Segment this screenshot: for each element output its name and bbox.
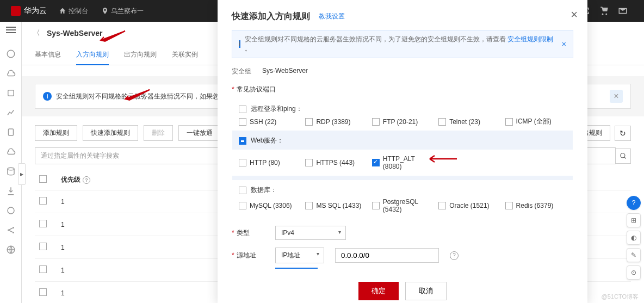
proto-group-remote: 远程登录和ping： SSH (22)RDP (3389)FTP (20-21)…	[232, 99, 573, 131]
checkbox-icon	[305, 118, 313, 126]
proto-option[interactable]: FTP (20-21)	[372, 117, 433, 126]
mail-icon[interactable]	[618, 6, 628, 16]
rail-expand-toggle[interactable]: ▶	[18, 163, 26, 185]
tab-inbound[interactable]: 入方向规则	[76, 45, 109, 65]
floating-toolbar: ? ⊞ ◐ ✎ ⊙	[627, 196, 641, 280]
svg-point-4	[8, 207, 14, 214]
proto-option[interactable]: RDP (3389)	[305, 117, 366, 126]
proto-option[interactable]: ICMP (全部)	[505, 117, 566, 126]
globe-icon[interactable]	[6, 245, 16, 255]
source-input[interactable]	[335, 248, 439, 263]
device-icon[interactable]	[6, 127, 16, 137]
proto-option[interactable]: MySQL (3306)	[239, 198, 300, 213]
type-select[interactable]: IPv4	[275, 226, 346, 240]
proto-group-db: 数据库： MySQL (3306)MS SQL (1433)PostgreSQL…	[232, 180, 573, 218]
brand[interactable]: 华为云	[5, 6, 52, 16]
active-indicator	[275, 268, 318, 269]
row-checkbox[interactable]	[39, 243, 47, 250]
search-icon[interactable]	[616, 149, 631, 164]
info-icon: i	[239, 40, 240, 48]
checkbox-icon	[372, 202, 380, 209]
type-label: *类型	[232, 228, 264, 238]
refresh-button[interactable]: ↻	[615, 126, 631, 141]
row-checkbox[interactable]	[39, 197, 47, 205]
svg-point-7	[13, 232, 14, 233]
checkbox-icon	[239, 202, 246, 209]
proto-label: *常见协议端口	[232, 85, 573, 94]
cancel-button[interactable]: 取消	[405, 282, 447, 300]
modal-title: 快速添加入方向规则 教我设置	[232, 11, 573, 22]
tab-basic[interactable]: 基本信息	[35, 45, 61, 65]
group-remote-toggle[interactable]: 远程登录和ping：	[239, 103, 566, 115]
proto-option[interactable]: HTTP (80)	[239, 155, 300, 170]
group-web-toggle[interactable]: Web服务：	[239, 135, 566, 146]
oneclick-button[interactable]: 一键放通	[178, 125, 221, 141]
row-checkbox[interactable]	[39, 265, 47, 273]
chart-icon[interactable]	[6, 108, 16, 118]
modal-close-button[interactable]: ×	[571, 8, 578, 22]
group-db-toggle[interactable]: 数据库：	[239, 184, 566, 196]
checkbox-icon	[438, 202, 446, 209]
proto-group-web: Web服务： HTTP (80)HTTPS (443)HTTP_ALT (808…	[232, 131, 573, 180]
modal-notice: i 安全组规则对不同规格的云服务器生效情况不同，为了避免您的安全组规则不生效，请…	[232, 30, 573, 58]
delete-button[interactable]: 删除	[144, 125, 173, 141]
share-icon[interactable]	[6, 225, 16, 235]
brand-logo-icon	[11, 6, 21, 16]
svg-point-5	[8, 230, 9, 231]
back-button[interactable]: 〈	[33, 28, 40, 38]
checkbox-icon	[505, 118, 513, 126]
svg-point-6	[13, 227, 14, 228]
source-type-select[interactable]: IP地址	[275, 248, 324, 263]
region-selector[interactable]: 乌兰察布一	[95, 7, 150, 16]
console-link[interactable]: 控制台	[52, 7, 95, 16]
proto-option[interactable]: HTTP_ALT (8080)	[372, 155, 433, 170]
modal-notice-close[interactable]: ×	[562, 40, 566, 48]
circle-icon[interactable]	[6, 206, 16, 215]
info-icon: i	[43, 92, 52, 101]
help-link[interactable]: 教我设置	[319, 12, 345, 21]
proto-option[interactable]: HTTPS (443)	[305, 155, 366, 170]
checkbox-icon	[505, 202, 513, 209]
proto-option[interactable]: Oracle (1521)	[438, 198, 499, 213]
float-item-3[interactable]: ✎	[627, 248, 641, 262]
add-rule-button[interactable]: 添加规则	[35, 125, 77, 141]
float-help-button[interactable]: ?	[627, 196, 641, 210]
compute-icon[interactable]	[6, 88, 16, 98]
float-item-2[interactable]: ◐	[627, 231, 641, 245]
proto-option[interactable]: Telnet (23)	[438, 117, 499, 126]
modal-footer: 确定 取消	[232, 282, 573, 300]
page-title: Sys-WebServer	[47, 29, 102, 38]
proto-option[interactable]: Redis (6379)	[505, 198, 566, 213]
checkbox-icon	[239, 118, 246, 126]
cloud-icon[interactable]	[6, 69, 16, 78]
storage-icon[interactable]	[6, 166, 16, 176]
row-checkbox[interactable]	[39, 220, 47, 227]
tab-outbound[interactable]: 出方向规则	[124, 45, 157, 65]
notice-close[interactable]: ×	[610, 90, 623, 103]
select-all-checkbox[interactable]	[39, 175, 47, 183]
checkbox-icon	[239, 159, 246, 166]
svg-point-0	[7, 50, 15, 58]
tab-instances[interactable]: 关联实例	[172, 45, 198, 65]
notice-link[interactable]: 安全组规则限制	[507, 35, 553, 43]
float-item-1[interactable]: ⊞	[627, 213, 641, 227]
float-item-4[interactable]: ⊙	[627, 265, 641, 280]
quick-add-button[interactable]: 快速添加规则	[83, 125, 138, 141]
help-icon[interactable]: ?	[83, 176, 90, 184]
proto-option[interactable]: SSH (22)	[239, 117, 300, 126]
source-label: *源地址	[232, 251, 264, 260]
checkbox-icon	[372, 159, 380, 166]
cloud2-icon[interactable]	[6, 147, 16, 157]
download-icon[interactable]	[6, 186, 16, 196]
brand-text: 华为云	[24, 6, 47, 16]
ok-button[interactable]: 确定	[358, 282, 399, 300]
cart-icon[interactable]	[599, 6, 609, 16]
dashboard-icon[interactable]	[6, 49, 16, 59]
menu-icon[interactable]	[6, 29, 16, 39]
proto-option[interactable]: PostgreSQL (5432)	[372, 198, 433, 213]
help-icon[interactable]: ?	[450, 251, 459, 260]
proto-option[interactable]: MS SQL (1433)	[305, 198, 366, 213]
row-checkbox[interactable]	[39, 288, 47, 296]
source-row: *源地址 IP地址 ?	[232, 248, 573, 263]
type-row: *类型 IPv4	[232, 226, 573, 240]
